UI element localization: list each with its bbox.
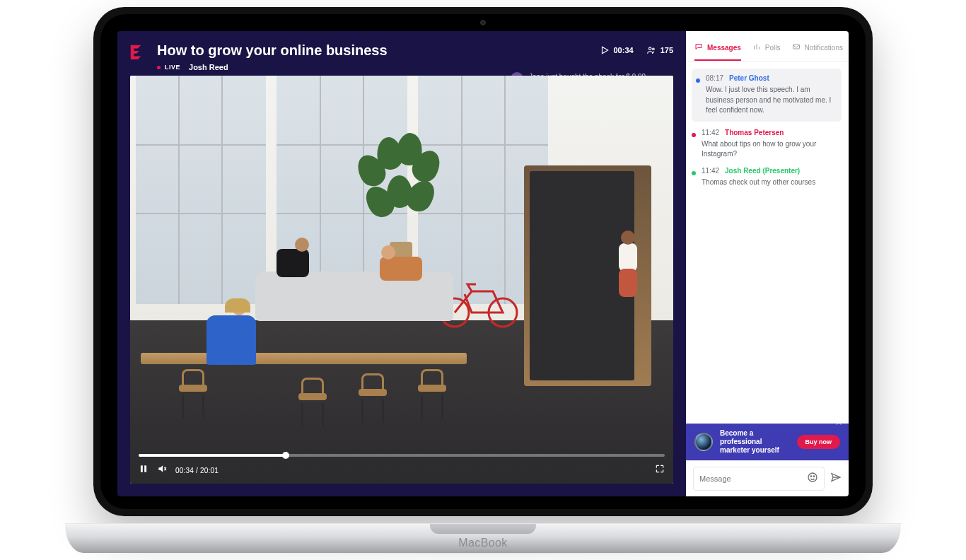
title-meta: LIVE Josh Reed xyxy=(157,63,600,71)
mute-button[interactable] xyxy=(157,464,167,477)
play-icon xyxy=(600,45,610,55)
seek-bar[interactable] xyxy=(139,454,665,457)
offer-thumb xyxy=(694,433,713,451)
mail-icon xyxy=(792,42,801,52)
message-author: Peter Ghost xyxy=(729,74,769,82)
svg-point-7 xyxy=(808,473,817,482)
laptop-base: MacBook xyxy=(65,523,901,553)
elapsed-stat: 00:34 xyxy=(600,45,634,55)
message: 11:42 Thomas Petersen What about tips on… xyxy=(692,129,842,160)
laptop-lid: How to grow your online business LIVE Jo… xyxy=(93,7,873,516)
svg-rect-5 xyxy=(144,465,146,472)
video-shell: 00:34 / 20:01 xyxy=(117,76,686,496)
camera-dot xyxy=(480,20,486,25)
send-button[interactable] xyxy=(830,472,842,486)
live-dot-icon xyxy=(157,66,161,69)
brand-logo[interactable] xyxy=(129,44,144,64)
chart-icon xyxy=(752,42,761,52)
video-controls: 00:34 / 20:01 xyxy=(139,454,665,477)
message-input-wrap[interactable] xyxy=(693,467,825,491)
screen: How to grow your online business LIVE Jo… xyxy=(117,31,849,496)
stream-title: How to grow your online business xyxy=(157,42,600,59)
message-time: 11:42 xyxy=(702,129,719,136)
fullscreen-button[interactable] xyxy=(655,464,665,477)
message-time: 08:17 xyxy=(706,74,723,82)
status-dot-icon xyxy=(696,78,700,83)
viewers-stat: 175 xyxy=(646,45,673,55)
emoji-button[interactable] xyxy=(807,472,818,486)
webinar-app: How to grow your online business LIVE Jo… xyxy=(117,31,849,496)
message-author: Josh Reed (Presenter) xyxy=(725,167,800,175)
message-text: Wow. I just love this speech. I am busin… xyxy=(706,85,836,116)
tab-label: Polls xyxy=(765,44,781,52)
svg-point-0 xyxy=(648,47,651,50)
tab-label: Messages xyxy=(707,44,741,52)
tab-polls[interactable]: Polls xyxy=(752,38,781,61)
stage-area: How to grow your online business LIVE Jo… xyxy=(117,31,686,496)
svg-rect-6 xyxy=(793,45,799,49)
status-dot-icon xyxy=(692,171,696,175)
macbook-frame: How to grow your online business LIVE Jo… xyxy=(93,7,873,546)
messages-list[interactable]: 08:17 Peter Ghost Wow. I just love this … xyxy=(686,62,849,424)
sidebar: Messages Polls Notifications 08:17 Peter… xyxy=(686,31,849,496)
title-block: How to grow your online business LIVE Jo… xyxy=(157,42,600,71)
live-badge: LIVE xyxy=(157,64,180,71)
message-time: 11:42 xyxy=(702,167,719,175)
message-text: What about tips on how to grow your Inst… xyxy=(702,139,842,160)
header: How to grow your online business LIVE Jo… xyxy=(117,31,686,76)
message-input[interactable] xyxy=(699,474,807,483)
tab-messages[interactable]: Messages xyxy=(694,38,741,61)
pause-button[interactable] xyxy=(139,464,149,477)
video-content xyxy=(130,76,673,484)
live-label: LIVE xyxy=(165,64,180,71)
svg-point-8 xyxy=(810,476,811,477)
status-dot-icon xyxy=(692,133,696,137)
offer-text: Become a professional marketer yourself xyxy=(720,429,790,455)
message-composer xyxy=(686,460,849,496)
tab-label: Notifications xyxy=(805,44,843,52)
offer-bar: Become a professional marketer yourself … xyxy=(686,424,849,460)
message-author: Thomas Petersen xyxy=(725,129,784,136)
offer-collapse-button[interactable] xyxy=(832,416,846,431)
message: 08:17 Peter Ghost Wow. I just love this … xyxy=(692,69,842,122)
svg-rect-4 xyxy=(141,465,143,472)
tab-notifications[interactable]: Notifications xyxy=(792,38,843,61)
chat-icon xyxy=(694,42,703,52)
message-text: Thomas check out my other courses xyxy=(702,177,842,188)
sidebar-tabs: Messages Polls Notifications xyxy=(686,31,849,62)
time-display: 00:34 / 20:01 xyxy=(175,467,219,474)
presenter-name: Josh Reed xyxy=(189,63,228,71)
header-stats: 00:34 175 xyxy=(600,45,674,55)
device-brand: MacBook xyxy=(458,537,508,549)
svg-point-1 xyxy=(652,48,654,50)
svg-point-9 xyxy=(813,476,814,477)
message: 11:42 Josh Reed (Presenter) Thomas check… xyxy=(692,167,842,188)
video-player[interactable]: 00:34 / 20:01 xyxy=(130,76,673,484)
viewers-count: 175 xyxy=(661,46,673,54)
buy-now-button[interactable]: Buy now xyxy=(797,435,841,449)
elapsed-time: 00:34 xyxy=(614,46,634,54)
viewers-icon xyxy=(646,45,656,55)
screen-bezel: How to grow your online business LIVE Jo… xyxy=(100,14,866,509)
